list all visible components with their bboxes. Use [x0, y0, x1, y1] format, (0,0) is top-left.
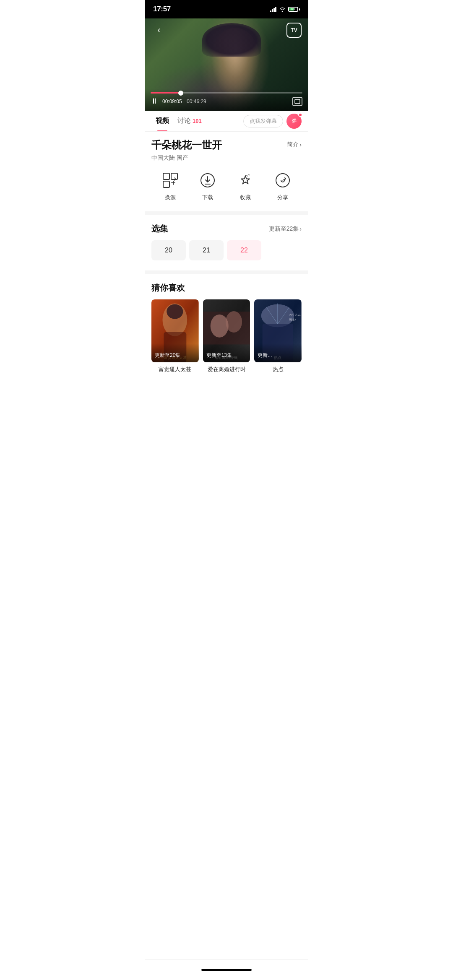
recommend-name-2: 爱在离婚进行时 [203, 366, 250, 373]
download-icon [198, 170, 218, 190]
share-icon [273, 170, 293, 190]
favorite-button[interactable]: 收藏 [235, 170, 255, 201]
episode-more-link[interactable]: 更新至22集 › [269, 225, 302, 233]
svg-point-14 [226, 311, 242, 333]
favorite-label: 收藏 [240, 194, 251, 201]
total-time: 00:46:29 [187, 99, 206, 104]
recommend-poster-2: 爱在离婚进行时 更新至13集 [203, 299, 250, 362]
current-time: 00:09:05 [162, 99, 182, 104]
signal-icon [270, 6, 276, 12]
time-display: 00:09:05 00:46:29 [162, 99, 288, 104]
poster-update-3: 更新... [258, 352, 298, 359]
tab-bar: 视频 讨论 101 点我发弹幕 弹 [145, 111, 308, 132]
drama-title: 千朵桃花一世开 [151, 138, 222, 152]
svg-text:カリスム: カリスム [289, 313, 301, 316]
recommend-name-1: 富贵逼人太甚 [151, 366, 199, 373]
tab-discuss[interactable]: 讨论 101 [173, 111, 206, 131]
progress-fill [151, 92, 181, 94]
recommend-item-3[interactable]: カリスム 脚本/ 热点 更新... 热点 [254, 299, 302, 373]
favorite-icon [235, 170, 255, 190]
switch-source-label: 换源 [165, 194, 176, 201]
danmu-label: 弹 [292, 118, 297, 124]
poster-overlay-1: 更新至20集 [151, 343, 199, 362]
poster-overlay-3: 更新... [254, 343, 302, 362]
episode-section-title: 选集 [151, 223, 168, 234]
recommend-item-1[interactable]: 富贵逼人太甚 更新至20集 富贵逼人太甚 [151, 299, 199, 373]
video-header: ‹ TV [145, 18, 308, 42]
back-button[interactable]: ‹ [151, 23, 167, 38]
svg-rect-2 [171, 173, 177, 179]
action-row: 换源 下载 收藏 [151, 170, 302, 201]
play-pause-button[interactable]: ⏸ [151, 97, 158, 106]
recommend-poster-3: カリスム 脚本/ 热点 更新... [254, 299, 302, 362]
svg-rect-0 [295, 99, 300, 104]
svg-text:脚本/: 脚本/ [289, 318, 296, 321]
recommend-item-2[interactable]: 爱在离婚进行时 更新至13集 爱在离婚进行时 [203, 299, 250, 373]
episode-section: 选集 更新至22集 › 20 21 22 [145, 216, 308, 269]
episode-list: 20 21 22 [145, 240, 308, 269]
episode-item-21[interactable]: 21 [189, 240, 224, 260]
recommend-name-3: 热点 [254, 366, 302, 373]
drama-info: 千朵桃花一世开 简介 › 中国大陆 国产 换源 [145, 132, 308, 201]
recommend-poster-1: 富贵逼人太甚 更新至20集 [151, 299, 199, 362]
tv-button[interactable]: TV [286, 23, 302, 38]
intro-link[interactable]: 简介 › [287, 141, 302, 148]
status-time: 17:57 [153, 5, 171, 13]
danmu-dot [298, 113, 302, 117]
svg-point-13 [210, 315, 228, 338]
recommend-grid: 富贵逼人太甚 更新至20集 富贵逼人太甚 [151, 299, 302, 373]
divider-2 [145, 270, 308, 274]
switch-source-icon [160, 170, 180, 190]
progress-bar[interactable] [151, 92, 302, 94]
episode-item-22[interactable]: 22 [227, 240, 261, 260]
share-button[interactable]: 分享 [273, 170, 293, 201]
episode-header: 选集 更新至22集 › [145, 223, 308, 234]
svg-point-8 [167, 304, 183, 319]
drama-meta: 中国大陆 国产 [151, 154, 302, 162]
fullscreen-button[interactable] [292, 97, 302, 106]
discuss-badge: 101 [193, 118, 202, 124]
poster-update-2: 更新至13集 [206, 352, 247, 359]
recommendation-section: 猜你喜欢 富贵逼人太甚 [145, 276, 308, 407]
svg-rect-3 [163, 181, 169, 187]
controls-row: ⏸ 00:09:05 00:46:29 [151, 97, 302, 106]
recommend-title: 猜你喜欢 [151, 282, 302, 294]
status-icons: 61 [270, 6, 300, 12]
tab-video[interactable]: 视频 [151, 111, 173, 131]
download-label: 下载 [202, 194, 213, 201]
video-controls: ⏸ 00:09:05 00:46:29 [145, 89, 308, 111]
download-button[interactable]: 下载 [198, 170, 218, 201]
wifi-icon [279, 7, 286, 12]
episode-item-20[interactable]: 20 [151, 240, 186, 260]
title-row: 千朵桃花一世开 简介 › [151, 138, 302, 152]
divider [145, 211, 308, 215]
progress-thumb[interactable] [178, 91, 183, 96]
share-label: 分享 [277, 194, 288, 201]
video-player[interactable]: ‹ TV ⏸ 00:09:05 00:46:29 [145, 18, 308, 111]
battery-icon: 61 [288, 7, 300, 12]
status-bar: 17:57 61 [145, 0, 308, 18]
poster-update-1: 更新至20集 [155, 352, 195, 359]
poster-overlay-2: 更新至13集 [203, 343, 250, 362]
danmu-input[interactable]: 点我发弹幕 [243, 115, 283, 127]
danmu-button[interactable]: 弹 [286, 114, 302, 129]
switch-source-button[interactable]: 换源 [160, 170, 180, 201]
svg-rect-1 [163, 173, 169, 179]
